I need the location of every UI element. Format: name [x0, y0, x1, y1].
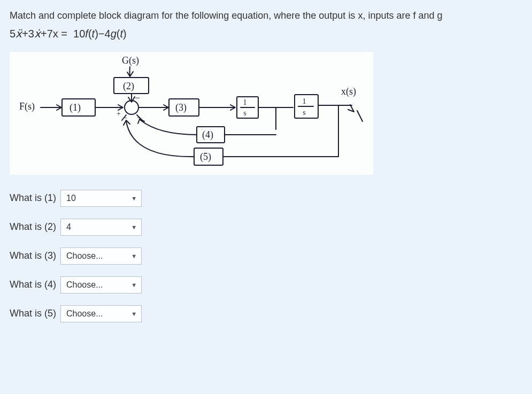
select-5[interactable]: Choose... ▼	[60, 305, 142, 322]
minus: −	[98, 28, 105, 40]
questions-list: What is (1) 10 ▼ What is (2) 4 ▼ What is…	[10, 190, 522, 322]
block-2: (2)	[123, 81, 134, 92]
question-prompt: Match and complete block diagram for the…	[10, 7, 522, 24]
chevron-down-icon: ▼	[131, 224, 137, 230]
question-row-5: What is (5) Choose... ▼	[10, 305, 522, 322]
gs-label: G(s)	[122, 55, 139, 66]
xddot: ẍ	[16, 28, 22, 40]
question-row-3: What is (3) Choose... ▼	[10, 248, 522, 265]
question-row-1: What is (1) 10 ▼	[10, 190, 522, 207]
chevron-down-icon: ▼	[131, 195, 137, 202]
block-3: (3)	[175, 102, 187, 113]
paren-open-f: (	[88, 28, 92, 40]
select-1-value: 10	[66, 194, 76, 203]
equals: =	[58, 28, 71, 40]
question-row-2: What is (2) 4 ▼	[10, 219, 522, 236]
coef-4: 4	[105, 28, 111, 40]
select-2[interactable]: 4 ▼	[60, 219, 142, 236]
select-2-value: 4	[66, 222, 71, 232]
block-diagram: G(s) (2) − F(s) (1) + −	[10, 52, 373, 175]
fs-label: F(s)	[19, 101, 35, 112]
select-5-value: Choose...	[66, 309, 103, 319]
xs-label: x(s)	[341, 86, 356, 97]
coef-5: 5	[10, 28, 16, 40]
select-4[interactable]: Choose... ▼	[60, 276, 142, 293]
plus-1: +	[22, 28, 28, 40]
select-4-value: Choose...	[66, 280, 103, 290]
chevron-down-icon: ▼	[131, 282, 137, 288]
integ2-den: s	[303, 109, 305, 117]
select-3[interactable]: Choose... ▼	[60, 248, 142, 265]
block-4: (4)	[202, 129, 213, 141]
integ2-num: 1	[303, 97, 306, 105]
g-var: g	[111, 28, 117, 40]
block-5: (5)	[200, 151, 211, 163]
paren-close-f: )	[95, 28, 98, 40]
select-1[interactable]: 10 ▼	[60, 190, 142, 207]
integ1-num: 1	[243, 98, 247, 106]
plus-2: +	[41, 28, 47, 40]
chevron-down-icon: ▼	[131, 311, 137, 317]
equation: 5ẍ+3ẋ+7x = 10f(t)−4g(t)	[10, 27, 522, 40]
question-label-3: What is (3)	[10, 250, 56, 261]
coef-3: 3	[28, 28, 34, 40]
question-row-4: What is (4) Choose... ▼	[10, 276, 522, 293]
coef-7x: 7x	[47, 28, 58, 40]
coef-10: 10	[73, 28, 85, 40]
paren-close-g: )	[123, 28, 127, 40]
xdot: ẋ	[34, 28, 41, 40]
integ1-den: s	[243, 109, 246, 117]
sum-plus: +	[117, 110, 121, 118]
block-1: (1)	[70, 102, 81, 113]
question-label-2: What is (2)	[10, 221, 56, 233]
question-label-5: What is (5)	[10, 308, 56, 319]
question-label-4: What is (4)	[10, 279, 56, 290]
question-label-1: What is (1)	[10, 192, 56, 204]
chevron-down-icon: ▼	[131, 253, 137, 259]
select-3-value: Choose...	[66, 251, 103, 261]
